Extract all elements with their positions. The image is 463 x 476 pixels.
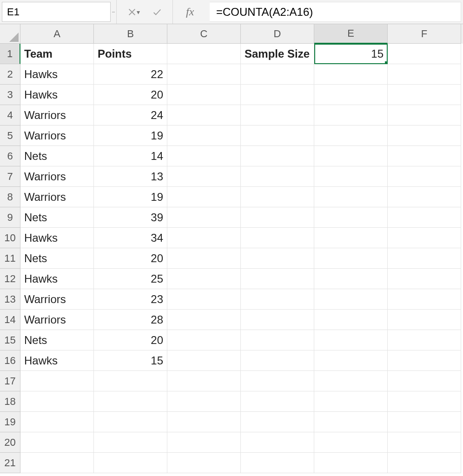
cell-F16[interactable] <box>388 350 461 371</box>
cell-C17[interactable] <box>167 371 241 391</box>
cell-F19[interactable] <box>388 412 461 432</box>
cell-F5[interactable] <box>388 126 461 146</box>
cell-D21[interactable] <box>241 453 314 473</box>
cell-C1[interactable] <box>167 44 241 64</box>
cell-A8[interactable]: Warriors <box>20 187 94 207</box>
cell-E16[interactable] <box>314 350 388 371</box>
cell-D13[interactable] <box>241 289 314 310</box>
cell-C9[interactable] <box>167 207 241 228</box>
cell-F21[interactable] <box>388 453 461 473</box>
enter-check-icon[interactable] <box>151 6 163 18</box>
cell-B2[interactable]: 22 <box>94 64 167 85</box>
row-header-8[interactable]: 8 <box>0 187 20 207</box>
cell-E8[interactable] <box>314 187 388 207</box>
cell-B14[interactable]: 28 <box>94 310 167 330</box>
row-header-3[interactable]: 3 <box>0 85 20 105</box>
fx-icon[interactable]: fx <box>172 0 210 24</box>
cell-D9[interactable] <box>241 207 314 228</box>
row-header-9[interactable]: 9 <box>0 207 20 228</box>
cell-E10[interactable] <box>314 228 388 248</box>
cell-E6[interactable] <box>314 146 388 166</box>
cell-B5[interactable]: 19 <box>94 126 167 146</box>
row-header-11[interactable]: 11 <box>0 248 20 269</box>
cell-B13[interactable]: 23 <box>94 289 167 310</box>
row-header-14[interactable]: 14 <box>0 310 20 330</box>
cell-B8[interactable]: 19 <box>94 187 167 207</box>
row-header-5[interactable]: 5 <box>0 126 20 146</box>
cell-E4[interactable] <box>314 105 388 126</box>
cell-D20[interactable] <box>241 432 314 453</box>
cell-E18[interactable] <box>314 391 388 412</box>
cell-E21[interactable] <box>314 453 388 473</box>
row-header-12[interactable]: 12 <box>0 269 20 289</box>
cell-B20[interactable] <box>94 432 167 453</box>
cell-D10[interactable] <box>241 228 314 248</box>
cell-A1[interactable]: Team <box>20 44 94 64</box>
row-header-4[interactable]: 4 <box>0 105 20 126</box>
row-header-15[interactable]: 15 <box>0 330 20 350</box>
cell-B12[interactable]: 25 <box>94 269 167 289</box>
cell-C7[interactable] <box>167 166 241 187</box>
cell-D12[interactable] <box>241 269 314 289</box>
cell-A3[interactable]: Hawks <box>20 85 94 105</box>
column-header-D[interactable]: D <box>241 24 314 44</box>
cell-D11[interactable] <box>241 248 314 269</box>
cell-C16[interactable] <box>167 350 241 371</box>
cell-D6[interactable] <box>241 146 314 166</box>
cell-E19[interactable] <box>314 412 388 432</box>
name-box-container[interactable]: ▾ <box>2 2 111 22</box>
cell-A10[interactable]: Hawks <box>20 228 94 248</box>
cell-E15[interactable] <box>314 330 388 350</box>
cell-A11[interactable]: Nets <box>20 248 94 269</box>
cell-A13[interactable]: Warriors <box>20 289 94 310</box>
cell-A5[interactable]: Warriors <box>20 126 94 146</box>
cell-C19[interactable] <box>167 412 241 432</box>
cell-A14[interactable]: Warriors <box>20 310 94 330</box>
cell-D14[interactable] <box>241 310 314 330</box>
cell-C5[interactable] <box>167 126 241 146</box>
cell-B19[interactable] <box>94 412 167 432</box>
cell-F1[interactable] <box>388 44 461 64</box>
cell-E3[interactable] <box>314 85 388 105</box>
cell-D5[interactable] <box>241 126 314 146</box>
cell-A17[interactable] <box>20 371 94 391</box>
select-all-corner[interactable] <box>0 24 20 44</box>
row-header-20[interactable]: 20 <box>0 432 20 453</box>
cell-E7[interactable] <box>314 166 388 187</box>
column-header-F[interactable]: F <box>388 24 461 44</box>
cell-F13[interactable] <box>388 289 461 310</box>
cell-C15[interactable] <box>167 330 241 350</box>
cell-C3[interactable] <box>167 85 241 105</box>
cell-E1[interactable]: 15 <box>314 44 388 64</box>
cell-D2[interactable] <box>241 64 314 85</box>
cell-C21[interactable] <box>167 453 241 473</box>
cell-F7[interactable] <box>388 166 461 187</box>
cell-B6[interactable]: 14 <box>94 146 167 166</box>
cell-E17[interactable] <box>314 371 388 391</box>
cell-C11[interactable] <box>167 248 241 269</box>
cell-A12[interactable]: Hawks <box>20 269 94 289</box>
cell-B21[interactable] <box>94 453 167 473</box>
cell-B11[interactable]: 20 <box>94 248 167 269</box>
row-header-16[interactable]: 16 <box>0 350 20 371</box>
cell-A18[interactable] <box>20 391 94 412</box>
cell-A6[interactable]: Nets <box>20 146 94 166</box>
cell-E2[interactable] <box>314 64 388 85</box>
cell-E14[interactable] <box>314 310 388 330</box>
row-header-17[interactable]: 17 <box>0 371 20 391</box>
cell-C2[interactable] <box>167 64 241 85</box>
cell-B4[interactable]: 24 <box>94 105 167 126</box>
row-header-19[interactable]: 19 <box>0 412 20 432</box>
cell-F2[interactable] <box>388 64 461 85</box>
cell-D7[interactable] <box>241 166 314 187</box>
cell-D15[interactable] <box>241 330 314 350</box>
cell-E12[interactable] <box>314 269 388 289</box>
column-header-E[interactable]: E <box>314 24 388 44</box>
cell-D16[interactable] <box>241 350 314 371</box>
cell-D4[interactable] <box>241 105 314 126</box>
column-header-C[interactable]: C <box>167 24 241 44</box>
cell-B17[interactable] <box>94 371 167 391</box>
cell-A2[interactable]: Hawks <box>20 64 94 85</box>
cell-B10[interactable]: 34 <box>94 228 167 248</box>
row-header-18[interactable]: 18 <box>0 391 20 412</box>
